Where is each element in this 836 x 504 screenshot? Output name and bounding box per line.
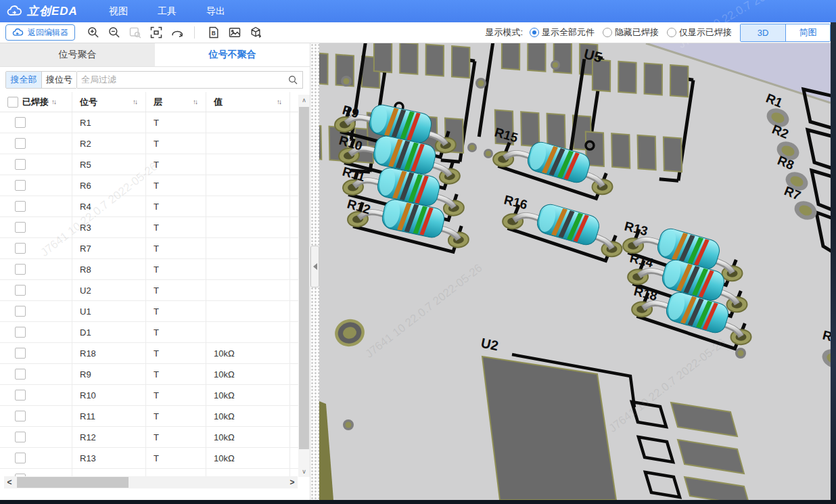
table-row[interactable]: R10T10kΩ (0, 385, 310, 406)
rotate-view-icon[interactable] (168, 24, 186, 41)
table-row[interactable]: R12T10kΩ (0, 427, 310, 448)
radio-only-soldered[interactable]: 仅显示已焊接 (667, 26, 732, 39)
row-checkbox[interactable] (15, 264, 26, 275)
value-cell (206, 112, 290, 133)
table-row[interactable]: R3T (0, 217, 310, 238)
table-row[interactable]: R6T (0, 175, 310, 196)
layer-cell: T (146, 322, 206, 342)
column-designator[interactable]: 位号 ↑↓ (72, 92, 146, 112)
app-logo[interactable]: 立创EDA (0, 3, 87, 19)
menu-view[interactable]: 视图 (101, 5, 136, 18)
table-row[interactable]: U1T (0, 301, 310, 322)
soldered-cell (0, 427, 72, 447)
zoom-out-icon[interactable] (106, 24, 123, 41)
table-row[interactable]: R4T (0, 196, 310, 217)
export-3d-icon[interactable] (247, 24, 264, 41)
scroll-right-arrow[interactable]: > (287, 478, 298, 487)
radio-show-all-components[interactable]: 显示全部元件 (530, 26, 595, 39)
row-checkbox[interactable] (15, 117, 26, 128)
row-checkbox[interactable] (15, 453, 26, 463)
sort-icon[interactable]: ↑↓ (51, 98, 55, 106)
search-all-button[interactable]: 搜全部 (6, 72, 41, 88)
row-checkbox[interactable] (15, 180, 26, 191)
layer-cell: T (146, 154, 206, 175)
table-row[interactable]: R5T (0, 154, 310, 175)
table-row[interactable]: R18T10kΩ (0, 343, 310, 364)
row-checkbox[interactable] (15, 348, 26, 359)
table-row[interactable]: R8T (0, 259, 310, 280)
row-checkbox[interactable] (15, 201, 26, 212)
zoom-fit-icon[interactable] (147, 24, 165, 41)
scroll-down-arrow[interactable]: ∨ (298, 466, 310, 477)
row-checkbox[interactable] (15, 390, 26, 400)
table-row[interactable]: R7T (0, 238, 310, 259)
table-row[interactable]: R14T10kΩ (0, 469, 310, 476)
row-checkbox[interactable] (15, 222, 26, 233)
pcb-3d-viewport[interactable]: U5R9R10R11R12R15R16R13R14R18U2R1R2R8R7R (319, 43, 831, 500)
designator-cell: U1 (72, 301, 146, 321)
layer-cell: T (146, 259, 206, 279)
layer-cell: T (146, 175, 206, 196)
table-row[interactable]: R11T10kΩ (0, 406, 310, 427)
table-row[interactable]: R13T10kΩ (0, 448, 310, 469)
sort-icon[interactable]: ↑↓ (133, 98, 145, 106)
tab-designator-grouped[interactable]: 位号聚合 (0, 43, 155, 66)
global-filter-input[interactable] (77, 74, 287, 85)
desktop-bottom-strip (0, 500, 836, 504)
column-layer[interactable]: 层 ↑↓ (146, 92, 206, 112)
desktop-edge-strip (831, 22, 836, 504)
menu-export[interactable]: 导出 (198, 5, 233, 18)
row-checkbox[interactable] (15, 327, 26, 338)
toolbar-divider (194, 26, 195, 39)
table-row[interactable]: U2T (0, 280, 310, 301)
panel-collapse-handle[interactable] (310, 246, 319, 288)
vertical-scrollbar[interactable]: ∧ ∨ (298, 95, 310, 477)
table-row[interactable]: R9T10kΩ (0, 364, 310, 385)
radio-hide-soldered[interactable]: 隐藏已焊接 (603, 26, 659, 39)
zoom-in-icon[interactable] (85, 24, 102, 41)
row-checkbox[interactable] (15, 369, 26, 380)
table-row[interactable]: R1T (0, 112, 310, 133)
value-cell (206, 133, 290, 154)
row-checkbox[interactable] (15, 285, 26, 296)
designator-cell: R7 (72, 238, 146, 258)
display-mode-label: 显示模式: (485, 26, 523, 39)
menu-tools[interactable]: 工具 (149, 5, 185, 18)
horizontal-scrollbar[interactable]: < > (4, 476, 298, 488)
row-checkbox[interactable] (15, 243, 26, 254)
column-value[interactable]: 值 ↑↓ (206, 92, 290, 112)
scroll-left-arrow[interactable]: < (4, 478, 15, 487)
soldered-cell (0, 322, 72, 342)
table-row[interactable]: D1T (0, 322, 310, 343)
radio-dot-icon (530, 28, 539, 37)
layer-cell: T (146, 469, 206, 476)
tab-designator-ungrouped[interactable]: 位号不聚合 (155, 43, 310, 66)
scroll-up-arrow[interactable]: ∧ (298, 95, 310, 106)
row-checkbox[interactable] (15, 159, 26, 170)
svg-text:B: B (212, 30, 216, 37)
row-checkbox[interactable] (15, 138, 26, 149)
horizontal-scroll-thumb[interactable] (17, 477, 129, 488)
value-cell (206, 175, 290, 196)
sort-icon[interactable]: ↑↓ (277, 98, 289, 106)
zoom-area-icon[interactable] (126, 24, 144, 41)
export-bom-icon[interactable]: B (205, 24, 223, 41)
toolbar: 返回编辑器 B (0, 22, 831, 43)
table-row[interactable]: R2T (0, 133, 310, 154)
export-image-icon[interactable] (226, 24, 243, 41)
row-checkbox[interactable] (15, 432, 26, 442)
search-designator-button[interactable]: 搜位号 (41, 72, 76, 88)
select-all-checkbox[interactable] (7, 97, 18, 108)
layer-cell: T (146, 196, 206, 216)
sort-icon[interactable]: ↑↓ (193, 98, 206, 106)
vertical-scroll-thumb[interactable] (299, 107, 309, 449)
search-icon[interactable] (287, 74, 298, 85)
view-3d-button[interactable]: 3D (741, 24, 785, 41)
row-checkbox[interactable] (15, 411, 26, 421)
back-to-editor-button[interactable]: 返回编辑器 (5, 24, 75, 41)
view-schematic-button[interactable]: 简图 (785, 24, 830, 41)
row-checkbox[interactable] (15, 306, 26, 317)
value-cell (206, 196, 290, 216)
designator-cell: R13 (72, 448, 146, 468)
column-soldered[interactable]: 已焊接 ↑↓ (0, 92, 72, 112)
